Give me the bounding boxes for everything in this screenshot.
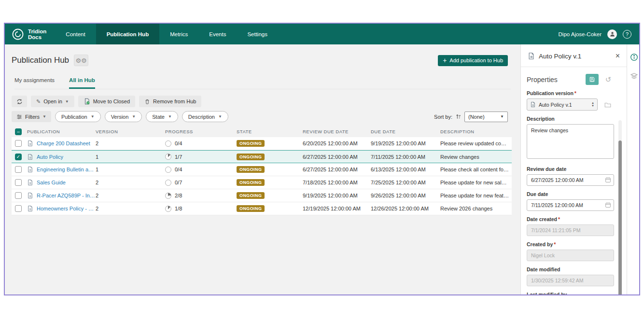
side-rail xyxy=(627,44,640,294)
calendar-icon[interactable] xyxy=(605,202,611,208)
filter-pill-version[interactable]: Version▼ xyxy=(105,111,142,122)
publication-doc-icon xyxy=(27,140,33,147)
select-all-checkbox[interactable]: – xyxy=(15,128,22,135)
panel-scrollbar[interactable] xyxy=(618,120,622,295)
column-header-progress[interactable]: PROGRESS xyxy=(165,129,237,134)
publication-doc-icon xyxy=(528,52,535,60)
user-name[interactable]: Dipo Ajose-Coker xyxy=(559,31,602,37)
nav-item-settings[interactable]: Settings xyxy=(237,24,278,44)
move-to-closed-button[interactable]: Move to Closed xyxy=(78,96,135,107)
table-row[interactable]: Homeowners Policy - Stand... 2 1/8 ONGOI… xyxy=(12,202,512,215)
publication-link[interactable]: Auto Policy xyxy=(37,154,63,160)
undo-button[interactable]: ↺ xyxy=(602,74,614,85)
column-header-publication[interactable]: PUBLICATION xyxy=(27,129,96,134)
pencil-icon: ✎ xyxy=(36,98,41,105)
publication-link[interactable]: Charge 200 Datasheet xyxy=(37,140,90,146)
row-checkbox[interactable]: ✓ xyxy=(15,154,22,160)
labels-icon[interactable] xyxy=(630,72,638,80)
progress-pie-icon xyxy=(165,154,171,160)
version-cell: 1 xyxy=(96,167,165,172)
column-header-state[interactable]: STATE xyxy=(237,129,303,134)
row-checkbox[interactable] xyxy=(15,192,22,199)
publication-doc-icon xyxy=(27,192,33,199)
row-checkbox[interactable] xyxy=(15,140,22,147)
add-publication-button[interactable]: + Add publication to Hub xyxy=(438,55,508,66)
description-label: Description xyxy=(527,116,614,122)
description-field[interactable] xyxy=(527,124,614,159)
remove-from-hub-button[interactable]: Remove from Hub xyxy=(139,96,201,107)
column-header-due-date[interactable]: DUE DATE xyxy=(371,129,440,134)
due-date-cell: 7/11/2025 12:00:00 AM xyxy=(371,154,440,160)
due-date-cell: 7/25/2025 12:00:00 AM xyxy=(371,180,440,185)
column-header-description[interactable]: DESCRIPTION xyxy=(440,129,512,134)
table-row[interactable]: R-Pacer AZQ589P - Instruc... 2 2/8 ONGOI… xyxy=(12,189,512,202)
panel-scrollbar-thumb[interactable] xyxy=(618,140,622,295)
hub-settings-button[interactable]: ⚙⚙ xyxy=(74,55,88,66)
publication-doc-icon xyxy=(530,101,536,108)
refresh-button[interactable] xyxy=(12,96,27,107)
progress-pie-icon xyxy=(165,167,171,173)
help-icon[interactable]: ? xyxy=(623,30,631,39)
publication-link[interactable]: Homeowners Policy - Stand... xyxy=(37,206,96,211)
sort-select[interactable]: (None) ▼ xyxy=(464,112,508,122)
filter-row: Filters ▼ Publication▼ Version▼ State▼ D… xyxy=(12,111,514,122)
table-row[interactable]: Engineering Bulletin a0008... 1 0/4 ONGO… xyxy=(12,163,512,176)
progress-pie-icon xyxy=(165,206,171,212)
column-header-version[interactable]: VERSION xyxy=(96,129,165,134)
row-checkbox[interactable] xyxy=(15,166,22,173)
actions-toolbar: ✎ Open in ▼ Move to Closed Remove from H… xyxy=(12,96,514,107)
nav-item-events[interactable]: Events xyxy=(198,24,237,44)
save-button[interactable] xyxy=(586,74,599,85)
tab-all-in-hub[interactable]: All in Hub xyxy=(69,77,95,89)
info-icon[interactable] xyxy=(630,53,638,61)
sort-ascending-icon[interactable] xyxy=(455,113,462,120)
progress-cell: 0/4 xyxy=(175,167,182,172)
folder-icon xyxy=(604,101,612,108)
date-modified-field xyxy=(527,275,614,286)
publication-version-select[interactable]: Auto Policy v.1 ▲▼ xyxy=(527,98,598,111)
publication-link[interactable]: R-Pacer AZQ589P - Instruc... xyxy=(37,193,96,198)
date-created-field xyxy=(527,224,614,236)
table-row[interactable]: Charge 200 Datasheet 2 0/4 ONGOING 6/20/… xyxy=(12,137,512,150)
browse-folder-button[interactable] xyxy=(602,99,614,111)
open-in-button[interactable]: ✎ Open in ▼ xyxy=(31,96,74,107)
due-date-field[interactable] xyxy=(527,199,614,211)
main-content: Publication Hub ⚙⚙ + Add publication to … xyxy=(5,44,520,294)
user-avatar-icon[interactable] xyxy=(607,29,617,39)
close-icon[interactable]: × xyxy=(616,52,620,60)
filter-pill-state[interactable]: State▼ xyxy=(146,111,178,122)
row-checkbox[interactable] xyxy=(15,205,22,212)
publication-doc-icon xyxy=(27,166,33,173)
brand-name: Tridion Docs xyxy=(28,28,46,40)
tab-my-assignments[interactable]: My assignments xyxy=(14,77,55,89)
row-checkbox[interactable] xyxy=(15,179,22,186)
due-date-label: Due date xyxy=(527,191,614,197)
refresh-icon xyxy=(16,98,23,105)
table-header-row: – PUBLICATION VERSION PROGRESS STATE REV… xyxy=(12,126,512,137)
state-badge: ONGOING xyxy=(237,140,265,147)
table-row[interactable]: Sales Guide 2 0/7 ONGOING 7/18/2025 12:0… xyxy=(12,176,512,189)
filters-button[interactable]: Filters ▼ xyxy=(12,111,51,122)
brand[interactable]: Tridion Docs xyxy=(5,24,55,44)
nav-item-publication-hub[interactable]: Publication Hub xyxy=(96,24,160,44)
publication-link[interactable]: Sales Guide xyxy=(37,180,66,185)
review-due-date-cell: 6/20/2025 12:00:00 AM xyxy=(303,140,371,146)
review-due-date-cell: 12/19/2025 12:00:00 AM xyxy=(303,206,371,211)
filter-pill-publication[interactable]: Publication▼ xyxy=(55,111,101,122)
state-badge: ONGOING xyxy=(237,192,265,199)
version-cell: 2 xyxy=(96,206,165,211)
gears-icon: ⚙⚙ xyxy=(75,57,86,64)
progress-cell: 0/7 xyxy=(175,180,182,185)
review-due-date-field[interactable] xyxy=(527,174,614,186)
calendar-icon[interactable] xyxy=(605,177,611,183)
publication-link[interactable]: Engineering Bulletin a0008... xyxy=(37,167,96,172)
table-body: Charge 200 Datasheet 2 0/4 ONGOING 6/20/… xyxy=(12,137,512,215)
table-row[interactable]: ✓ Auto Policy 1 1/7 ONGOING 6/27/2025 12… xyxy=(12,150,512,163)
nav-item-metrics[interactable]: Metrics xyxy=(159,24,198,44)
publications-table: – PUBLICATION VERSION PROGRESS STATE REV… xyxy=(12,126,512,215)
column-header-review-due-date[interactable]: REVIEW DUE DATE xyxy=(303,129,371,134)
filter-pill-description[interactable]: Description▼ xyxy=(182,111,228,122)
publication-doc-icon xyxy=(27,154,33,160)
nav-item-content[interactable]: Content xyxy=(55,24,96,44)
progress-pie-icon xyxy=(165,180,171,186)
